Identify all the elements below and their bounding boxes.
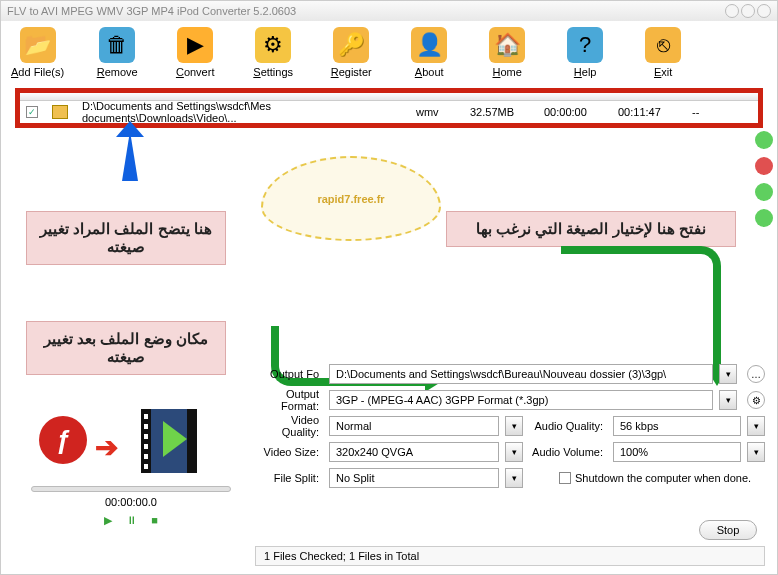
shutdown-checkbox[interactable] [559, 472, 571, 484]
video-file-icon [52, 105, 68, 119]
player-controls: ▶ ⏸ ■ [31, 514, 231, 527]
flash-icon: ƒ [39, 416, 87, 464]
add-dot-icon[interactable] [755, 131, 773, 149]
home-button[interactable]: 🏠Home [482, 27, 532, 78]
settings-button[interactable]: ⚙Settings [248, 27, 298, 78]
vq-dropdown-icon[interactable]: ▾ [505, 416, 523, 436]
add file(s)-icon: 📂 [20, 27, 56, 63]
green-arrow-2 [561, 246, 721, 376]
watermark-cloud: rapid7.free.fr [261, 156, 441, 241]
file-start: 00:00:00 [544, 106, 604, 118]
stop-convert-button[interactable]: Stop [699, 520, 757, 540]
toolbar-label: Add File(s) [11, 66, 64, 78]
about-button[interactable]: 👤About [404, 27, 454, 78]
remove-button[interactable]: 🗑Remove [92, 27, 142, 78]
watermark-text: rapid7.free.fr [317, 193, 384, 205]
file-ext: wmv [416, 106, 456, 118]
minimize-button[interactable] [725, 4, 739, 18]
main-toolbar: 📂Add File(s)🗑Remove▶Convert⚙Settings🔑Reg… [1, 21, 777, 84]
help-icon: ? [567, 27, 603, 63]
home-icon: 🏠 [489, 27, 525, 63]
file-duration: 00:11:47 [618, 106, 678, 118]
settings-panel: Output Fo D:\Documents and Settings\wsdc… [251, 361, 765, 491]
player-timeline: 00:00:00.0 ▶ ⏸ ■ [31, 486, 231, 527]
vs-dropdown-icon[interactable]: ▾ [505, 442, 523, 462]
time-display: 00:00:00.0 [31, 496, 231, 508]
toolbar-label: Convert [176, 66, 215, 78]
video-size-input[interactable]: 320x240 QVGA [329, 442, 499, 462]
about-icon: 👤 [411, 27, 447, 63]
help-button[interactable]: ?Help [560, 27, 610, 78]
file-dash: -- [692, 106, 699, 118]
output-folder-label: Output Fo [251, 368, 323, 380]
audio-volume-input[interactable]: 100% [613, 442, 741, 462]
format-settings-button[interactable]: ⚙ [747, 391, 765, 409]
convert-button[interactable]: ▶Convert [170, 27, 220, 78]
audio-quality-input[interactable]: 56 kbps [613, 416, 741, 436]
video-size-label: Video Size: [251, 446, 323, 458]
output-folder-input[interactable]: D:\Documents and Settings\wsdcf\Bureau\N… [329, 364, 713, 384]
down-dot-icon[interactable] [755, 209, 773, 227]
output-format-input[interactable]: 3GP - (MPEG-4 AAC) 3GPP Format (*.3gp) [329, 390, 713, 410]
maximize-button[interactable] [741, 4, 755, 18]
annotation-1: هنا يتضح الملف المراد تغيير صيغته [26, 211, 226, 265]
exit-icon: ⎋ [645, 27, 681, 63]
play-button[interactable]: ▶ [104, 514, 112, 527]
annotation-3: مكان وضع الملف بعد تغيير صيغته [26, 321, 226, 375]
file-split-label: File Split: [251, 472, 323, 484]
register-button[interactable]: 🔑Register [326, 27, 376, 78]
video-quality-label: Video Quality: [251, 414, 323, 438]
titlebar: FLV to AVI MPEG WMV 3GP MP4 iPod Convert… [1, 1, 777, 21]
toolbar-label: Register [331, 66, 372, 78]
audio-quality-label: Audio Quality: [529, 420, 607, 432]
output-format-label: Output Format: [251, 388, 323, 412]
window-buttons [725, 4, 771, 18]
shutdown-row: Shutdown the computer when done. [559, 472, 751, 484]
blue-arrow-annotation [122, 131, 138, 181]
register-icon: 🔑 [333, 27, 369, 63]
convert-icon: ▶ [177, 27, 213, 63]
toolbar-label: Settings [253, 66, 293, 78]
film-icon [141, 409, 197, 473]
remove-dot-icon[interactable] [755, 157, 773, 175]
file-size: 32.57MB [470, 106, 530, 118]
file-row[interactable]: ✓ D:\Documents and Settings\wsdcf\Mes do… [20, 101, 758, 123]
fs-dropdown-icon[interactable]: ▾ [505, 468, 523, 488]
settings-icon: ⚙ [255, 27, 291, 63]
window-title: FLV to AVI MPEG WMV 3GP MP4 iPod Convert… [7, 5, 296, 17]
folder-browse-button[interactable]: … [747, 365, 765, 383]
aq-dropdown-icon[interactable]: ▾ [747, 416, 765, 436]
av-dropdown-icon[interactable]: ▾ [747, 442, 765, 462]
toolbar-label: About [415, 66, 444, 78]
close-button[interactable] [757, 4, 771, 18]
audio-volume-label: Audio Volume: [529, 446, 607, 458]
toolbar-label: Remove [97, 66, 138, 78]
checkbox-icon[interactable]: ✓ [26, 106, 38, 118]
seek-bar[interactable] [31, 486, 231, 492]
side-controls [755, 131, 773, 227]
remove-icon: 🗑 [99, 27, 135, 63]
stop-button[interactable]: ■ [151, 514, 158, 527]
up-dot-icon[interactable] [755, 183, 773, 201]
video-quality-input[interactable]: Normal [329, 416, 499, 436]
shutdown-label: Shutdown the computer when done. [575, 472, 751, 484]
format-dropdown-icon[interactable]: ▾ [719, 390, 737, 410]
toolbar-label: Home [493, 66, 522, 78]
add-file-s--button[interactable]: 📂Add File(s) [11, 27, 64, 78]
annotation-2: نفتح هنا لإختيار الصيغة التي نرغب بها [446, 211, 736, 247]
pause-button[interactable]: ⏸ [126, 514, 137, 527]
exit-button[interactable]: ⎋Exit [638, 27, 688, 78]
folder-dropdown-icon[interactable]: ▾ [719, 364, 737, 384]
file-split-input[interactable]: No Split [329, 468, 499, 488]
red-arrow-icon: ➔ [95, 431, 118, 464]
status-bar: 1 Files Checked; 1 Files in Total [255, 546, 765, 566]
toolbar-label: Help [574, 66, 597, 78]
toolbar-label: Exit [654, 66, 672, 78]
